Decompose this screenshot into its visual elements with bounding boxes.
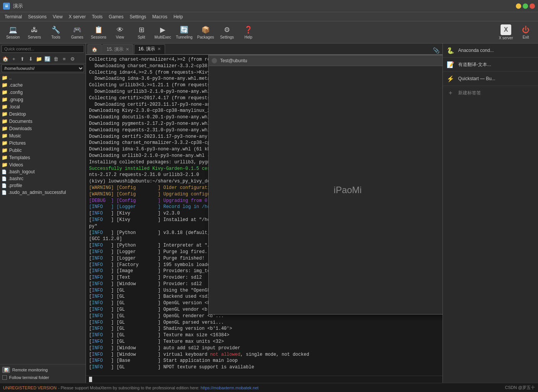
menu-sessions[interactable]: Sessions xyxy=(25,12,50,21)
sidebar-delete-btn[interactable]: 🗑 xyxy=(52,55,60,63)
split-button[interactable]: ⊞ Split xyxy=(131,23,151,42)
tab-15[interactable]: 15. 演示 ✕ xyxy=(102,44,133,54)
menu-terminal[interactable]: Terminal xyxy=(2,12,25,21)
settings-label: Settings xyxy=(220,35,234,39)
tree-item-label: .bash_logout xyxy=(8,169,35,174)
games-button[interactable]: 🎮 Games xyxy=(67,23,87,42)
right-panel-item-quickstart[interactable]: ⚡ Quickstart — Bu... xyxy=(443,72,538,86)
packages-button[interactable]: 📦 Packages xyxy=(196,23,216,42)
tree-item-parent[interactable]: 📁 .. xyxy=(0,74,86,81)
tree-item-bash-logout[interactable]: 📄 .bash_logout xyxy=(0,168,86,175)
close-button[interactable] xyxy=(530,3,535,9)
exit-button[interactable]: ⏻ Exit xyxy=(517,23,535,42)
tree-item-pictures[interactable]: 📁 Pictures xyxy=(0,139,86,147)
folder-icon: 📁 xyxy=(2,82,8,88)
menu-help[interactable]: Help xyxy=(170,12,186,21)
minimize-button[interactable] xyxy=(516,3,521,9)
tree-item-public[interactable]: 📁 Public xyxy=(0,147,86,154)
right-panel-item-anaconda[interactable]: 🐍 Anaconda cond... xyxy=(443,44,538,58)
search-input[interactable] xyxy=(2,45,84,53)
help-button[interactable]: ❓ Help xyxy=(238,23,258,42)
tab-16-close[interactable]: ✕ xyxy=(157,47,161,52)
follow-terminal-folder-checkbox[interactable]: Follow terminal folder xyxy=(2,374,84,381)
tree-item-sudo[interactable]: 📄 .sudo_as_admin_successful xyxy=(0,189,86,196)
games-icon: 🎮 xyxy=(73,25,82,34)
file-icon: 📄 xyxy=(2,190,7,195)
games-label: Games xyxy=(71,35,83,39)
menu-tools[interactable]: Tools xyxy=(89,12,106,21)
view-button[interactable]: 👁 View xyxy=(110,23,130,42)
folder-icon: 📁 xyxy=(2,126,8,131)
content-area: Collecting charset-normalizer<4,>=2 (fro… xyxy=(86,55,442,383)
tab-home[interactable]: 🏠 xyxy=(88,44,102,54)
follow-terminal-label: Follow terminal folder xyxy=(9,375,49,380)
menu-settings[interactable]: Settings xyxy=(126,12,149,21)
split-label: Split xyxy=(138,35,145,39)
folder-icon: 📁 xyxy=(2,118,8,124)
sidebar-refresh-btn[interactable]: 🔄 xyxy=(44,55,51,63)
tree-item-downloads[interactable]: 📁 Downloads xyxy=(0,125,86,132)
menu-games[interactable]: Games xyxy=(106,12,127,21)
checkbox-icon xyxy=(2,375,7,380)
terminal-line: [INFO ] [GL ] Texture max size <16384> xyxy=(89,332,439,339)
tree-item-videos[interactable]: 📁 Videos xyxy=(0,161,86,168)
tab-attachment-icon[interactable]: 📎 xyxy=(431,47,441,53)
terminal-line: [INFO ] [Window ] auto add sdl2 input pr… xyxy=(89,345,439,352)
tree-item-bashrc[interactable]: 📄 .bashrc xyxy=(0,175,86,182)
session-button[interactable]: 💻 Session xyxy=(3,23,23,42)
servers-button[interactable]: 🖧 Servers xyxy=(24,23,44,42)
tree-item-music[interactable]: 📁 Music xyxy=(0,132,86,139)
tab-15-close[interactable]: ✕ xyxy=(126,47,129,52)
right-panel-item-youdao[interactable]: 📝 有道翻译-文本... xyxy=(443,58,538,72)
maximize-button[interactable] xyxy=(523,3,528,9)
sidebar-new-btn[interactable]: + xyxy=(10,55,18,63)
add-tab-button[interactable]: ＋ 新建标签签 xyxy=(443,86,538,100)
sessions-button[interactable]: 📋 Sessions xyxy=(89,23,109,42)
tunneling-button[interactable]: 🔄 Tunneling xyxy=(174,23,194,42)
path-select[interactable]: /home/luowushi/ xyxy=(2,65,84,72)
tree-item-label: Public xyxy=(9,148,22,153)
menu-xserver[interactable]: X server xyxy=(66,12,89,21)
exit-icon: ⏻ xyxy=(521,25,530,34)
file-tree: 📁 .. 📁 .cache 📁 .config 📁 .gnupg 📁 .loca… xyxy=(0,73,86,364)
youdao-label: 有道翻译-文本... xyxy=(458,61,491,68)
terminal-line: [INFO ] [GL ] NPOT texture support is av… xyxy=(89,364,439,371)
tree-item-desktop[interactable]: 📁 Desktop xyxy=(0,110,86,118)
terminal-cursor xyxy=(89,377,92,382)
tree-item-config[interactable]: 📁 .config xyxy=(0,89,86,96)
view-icon: 👁 xyxy=(115,25,125,34)
menu-macros[interactable]: Macros xyxy=(149,12,170,21)
mobaxterm-link[interactable]: https://mobaxterm.mobatek.net xyxy=(201,386,259,390)
multiexec-button[interactable]: ▶ MultiExec xyxy=(153,23,173,42)
tree-item-documents[interactable]: 📁 Documents xyxy=(0,118,86,125)
menu-view[interactable]: View xyxy=(50,12,66,21)
tree-item-cache[interactable]: 📁 .cache xyxy=(0,81,86,89)
support-text: - Please support MobaXterm by subscribin… xyxy=(58,386,199,390)
session-label: Session xyxy=(6,35,20,39)
add-icon: ＋ xyxy=(446,88,455,97)
tree-item-label: Documents xyxy=(9,119,32,124)
tree-item-local[interactable]: 📁 .local xyxy=(0,103,86,110)
sidebar-newfolder-btn[interactable]: 📁 xyxy=(35,55,43,63)
settings-button[interactable]: ⚙ Settings xyxy=(217,23,237,42)
sidebar-upload-btn[interactable]: ⬆ xyxy=(18,55,26,63)
sidebar-home-btn[interactable]: 🏠 xyxy=(2,55,9,63)
sidebar-view-btn[interactable]: ≡ xyxy=(60,55,68,63)
xserver-button[interactable]: X X server xyxy=(497,23,515,42)
remote-monitoring-button[interactable]: 📊 Remote monitoring xyxy=(2,366,84,374)
tree-item-profile[interactable]: 📄 .profile xyxy=(0,182,86,189)
folder-icon: 📁 xyxy=(2,133,8,139)
sidebar-download-btn[interactable]: ⬇ xyxy=(27,55,34,63)
tab-16[interactable]: 16. 演示 ✕ xyxy=(134,44,165,54)
tab-16-label: 16. 演示 xyxy=(138,46,155,52)
help-label: Help xyxy=(245,35,253,39)
xserver-label: X server xyxy=(499,36,513,40)
tree-item-gnupg[interactable]: 📁 .gnupg xyxy=(0,96,86,103)
servers-label: Servers xyxy=(28,35,41,39)
tools-button[interactable]: 🔧 Tools xyxy=(46,23,66,42)
tree-item-templates[interactable]: 📁 Templates xyxy=(0,154,86,161)
tree-item-label: .bashrc xyxy=(8,176,23,181)
floating-content: iPaoMi xyxy=(209,66,442,314)
terminal-line: [INFO ] [Window ] virtual keyboard not a… xyxy=(89,352,439,358)
sidebar-settings-btn[interactable]: ⚙ xyxy=(69,55,76,63)
